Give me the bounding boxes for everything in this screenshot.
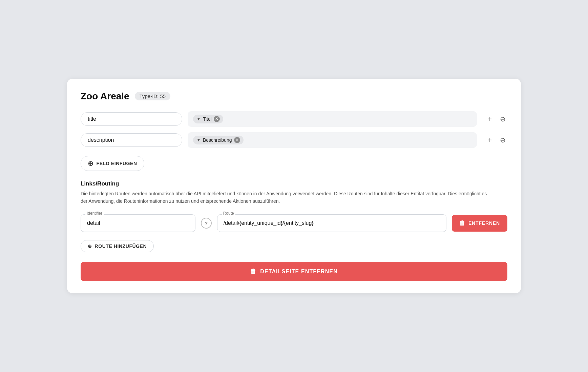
circle-plus-icon: ⊕ (88, 159, 94, 168)
delete-page-button[interactable]: 🗑 DETAILSEITE ENTFERNEN (81, 262, 507, 281)
routing-section: Links/Routing Die hinterlegten Routen we… (81, 180, 507, 262)
routing-desc: Die hinterlegten Routen werden automatis… (81, 190, 487, 205)
field-name-input[interactable] (81, 133, 182, 147)
identifier-label: Identifier (85, 211, 104, 216)
filter-area: ▼ Beschreibung ✕ (188, 132, 477, 148)
main-card: Zoo Areale Type-ID: 55 ▼ Titel ✕ + ⊖ ▼ (67, 79, 521, 294)
filter-close-button[interactable]: ✕ (214, 116, 220, 122)
routing-title: Links/Routing (81, 180, 507, 187)
routing-row: Identifier ? Route 🗑 ENTFERNEN (81, 214, 507, 232)
route-label: Route (222, 211, 235, 216)
field-row: ▼ Beschreibung ✕ + ⊖ (81, 132, 507, 148)
remove-row-button[interactable]: ⊖ (498, 135, 507, 145)
add-field-button[interactable]: ⊕ FELD EINFÜGEN (81, 156, 144, 171)
identifier-field-wrapper: Identifier (81, 214, 195, 232)
type-id-badge: Type-ID: 55 (135, 92, 171, 100)
route-field-wrapper: Route (217, 214, 446, 232)
filter-icon: ▼ (196, 137, 201, 142)
header: Zoo Areale Type-ID: 55 (81, 91, 507, 102)
identifier-input[interactable] (81, 214, 195, 232)
delete-trash-icon: 🗑 (250, 268, 257, 275)
filter-tag-label: Titel (203, 116, 212, 122)
filter-area: ▼ Titel ✕ (188, 111, 477, 127)
field-row: ▼ Titel ✕ + ⊖ (81, 111, 507, 127)
field-name-input[interactable] (81, 112, 182, 126)
add-row-button[interactable]: + (485, 114, 495, 124)
filter-tag-label: Beschreibung (203, 137, 232, 143)
add-route-label: ROUTE HINZUFÜGEN (95, 243, 147, 249)
add-row-button[interactable]: + (485, 135, 495, 145)
add-field-label: FELD EINFÜGEN (97, 161, 137, 166)
filter-close-button[interactable]: ✕ (234, 137, 240, 143)
remove-route-label: ENTFERNEN (468, 220, 500, 226)
delete-page-label: DETAILSEITE ENTFERNEN (260, 269, 338, 275)
filter-icon: ▼ (196, 116, 201, 121)
remove-row-button[interactable]: ⊖ (498, 114, 507, 124)
filter-tag: ▼ Beschreibung ✕ (193, 136, 244, 144)
row-actions: + ⊖ (485, 114, 507, 124)
page-title: Zoo Areale (81, 91, 129, 102)
filter-tag: ▼ Titel ✕ (193, 115, 223, 123)
row-actions: + ⊖ (485, 135, 507, 145)
help-icon[interactable]: ? (201, 218, 212, 229)
route-input[interactable] (217, 214, 446, 232)
remove-route-button[interactable]: 🗑 ENTFERNEN (452, 215, 507, 232)
add-route-button[interactable]: ⊕ ROUTE HINZUFÜGEN (81, 240, 154, 252)
circle-plus-route-icon: ⊕ (88, 243, 92, 249)
field-rows-container: ▼ Titel ✕ + ⊖ ▼ Beschreibung ✕ + ⊖ (81, 111, 507, 148)
trash-icon: 🗑 (459, 220, 466, 227)
